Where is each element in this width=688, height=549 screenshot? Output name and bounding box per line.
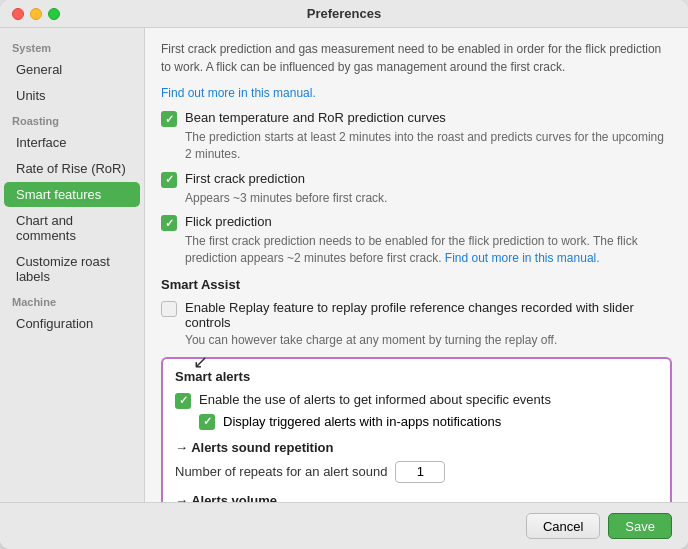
bean-temp-row: Bean temperature and RoR prediction curv… [161,110,672,127]
flick-row: Flick prediction [161,214,672,231]
repeats-row: Number of repeats for an alert sound [175,461,658,483]
first-crack-label: First crack prediction [185,171,305,186]
sidebar-section-machine: Machine [0,290,144,310]
sound-section-title: → Alerts sound repetition [175,440,658,455]
first-crack-checkbox[interactable] [161,172,177,188]
sidebar-item-chart-comments[interactable]: Chart and comments [4,208,140,248]
traffic-lights [12,8,60,20]
display-alerts-row: Display triggered alerts with in-apps no… [199,413,658,430]
smart-assist-title: Smart Assist [161,277,672,292]
content-area: First crack prediction and gas measureme… [145,28,688,502]
minimize-button[interactable] [30,8,42,20]
flick-subtext: The first crack prediction needs to be e… [185,233,672,267]
cancel-button[interactable]: Cancel [526,513,600,539]
smart-assist-subtext: You can however take charge at any momen… [185,332,672,349]
smart-assist-checkbox[interactable] [161,301,177,317]
sidebar-item-configuration[interactable]: Configuration [4,311,140,336]
sidebar-item-units[interactable]: Units [4,83,140,108]
enable-alerts-label: Enable the use of alerts to get informed… [199,392,551,407]
first-crack-row: First crack prediction [161,171,672,188]
close-button[interactable] [12,8,24,20]
enable-alerts-row: Enable the use of alerts to get informed… [175,392,658,409]
sidebar-item-interface[interactable]: Interface [4,130,140,155]
first-crack-subtext: Appears ~3 minutes before first crack. [185,190,672,207]
sidebar-item-ror[interactable]: Rate of Rise (RoR) [4,156,140,181]
sidebar-item-general[interactable]: General [4,57,140,82]
top-link[interactable]: Find out more in this manual. [161,86,316,100]
volume-section-title: → Alerts volume [175,493,658,502]
display-alerts-label: Display triggered alerts with in-apps no… [223,414,501,429]
preferences-window: Preferences System General Units Roastin… [0,0,688,549]
smart-alerts-box: ↙ Smart alerts Enable the use of alerts … [161,357,672,502]
sidebar-section-roasting: Roasting [0,109,144,129]
flick-label: Flick prediction [185,214,272,229]
flick-link[interactable]: Find out more in this manual. [445,251,600,265]
sidebar-item-smart-features[interactable]: Smart features [4,182,140,207]
sidebar-section-system: System [0,36,144,56]
sidebar-item-customize-roast[interactable]: Customize roast labels [4,249,140,289]
bean-temp-checkbox[interactable] [161,111,177,127]
footer: Cancel Save [0,502,688,549]
enable-alerts-checkbox[interactable] [175,393,191,409]
window-title: Preferences [307,6,381,21]
smart-assist-label: Enable Replay feature to replay profile … [185,300,672,330]
display-alerts-checkbox[interactable] [199,414,215,430]
save-button[interactable]: Save [608,513,672,539]
sidebar: System General Units Roasting Interface … [0,28,145,502]
bean-temp-label: Bean temperature and RoR prediction curv… [185,110,446,125]
main-content: System General Units Roasting Interface … [0,28,688,502]
flick-checkbox[interactable] [161,215,177,231]
repeats-input[interactable] [395,461,445,483]
titlebar: Preferences [0,0,688,28]
maximize-button[interactable] [48,8,60,20]
smart-alerts-title: Smart alerts [175,369,658,384]
smart-assist-row: Enable Replay feature to replay profile … [161,300,672,330]
repeats-label: Number of repeats for an alert sound [175,464,387,479]
arrow-indicator: ↙ [193,351,208,373]
top-info-text: First crack prediction and gas measureme… [161,40,672,76]
bean-temp-subtext: The prediction starts at least 2 minutes… [185,129,672,163]
